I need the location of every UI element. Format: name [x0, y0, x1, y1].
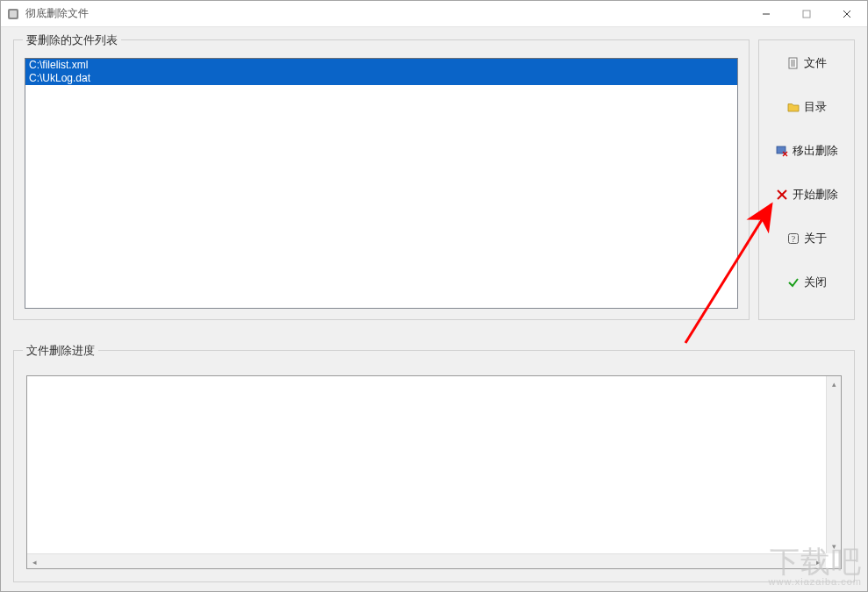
scroll-left-icon[interactable]: ◂	[27, 554, 42, 569]
app-window: 彻底删除文件 要删除的文件列表 C:\filelist.xmlC:\UkLog.…	[0, 0, 868, 592]
about-button-label: 关于	[804, 231, 827, 246]
progress-legend: 文件删除进度	[23, 343, 98, 359]
file-icon	[786, 56, 800, 70]
button-panel: 文件 目录 移出删除	[758, 39, 855, 320]
remove-button[interactable]: 移出删除	[764, 140, 849, 161]
file-button-label: 文件	[804, 55, 827, 71]
help-icon: ?	[786, 232, 800, 246]
svg-rect-1	[10, 11, 17, 18]
list-item[interactable]: C:\filelist.xml	[25, 59, 737, 72]
remove-button-label: 移出删除	[793, 143, 838, 159]
delete-x-icon	[775, 188, 789, 202]
folder-button-label: 目录	[804, 99, 827, 115]
folder-icon	[786, 100, 800, 114]
svg-text:?: ?	[792, 234, 796, 244]
progress-output[interactable]: ▴ ▾ ◂ ▸	[26, 375, 842, 569]
close-window-button[interactable]	[827, 1, 867, 27]
progress-groupbox: 文件删除进度 ▴ ▾ ◂ ▸	[13, 350, 855, 582]
top-row: 要删除的文件列表 C:\filelist.xmlC:\UkLog.dat 文件 …	[13, 39, 855, 320]
minimize-button[interactable]	[746, 1, 786, 27]
client-area: 要删除的文件列表 C:\filelist.xmlC:\UkLog.dat 文件 …	[1, 27, 867, 591]
folder-button[interactable]: 目录	[764, 96, 849, 118]
scroll-down-icon[interactable]: ▾	[827, 539, 842, 553]
check-icon	[786, 275, 800, 289]
close-button-label: 关闭	[804, 275, 827, 290]
scroll-right-icon[interactable]: ▸	[811, 554, 826, 569]
start-delete-button[interactable]: 开始删除	[764, 184, 849, 205]
close-button[interactable]: 关闭	[764, 272, 849, 293]
file-button[interactable]: 文件	[764, 53, 849, 74]
window-title: 彻底删除文件	[25, 6, 89, 21]
file-list-groupbox: 要删除的文件列表 C:\filelist.xmlC:\UkLog.dat	[13, 39, 750, 320]
file-listbox[interactable]: C:\filelist.xmlC:\UkLog.dat	[25, 58, 738, 309]
remove-icon	[775, 144, 789, 158]
about-button[interactable]: ? 关于	[764, 228, 849, 249]
titlebar: 彻底删除文件	[1, 1, 867, 27]
horizontal-scrollbar[interactable]: ◂ ▸	[27, 553, 826, 568]
scroll-up-icon[interactable]: ▴	[827, 376, 842, 391]
list-item[interactable]: C:\UkLog.dat	[25, 72, 737, 85]
file-list-legend: 要删除的文件列表	[23, 32, 121, 48]
start-delete-button-label: 开始删除	[793, 187, 838, 203]
svg-rect-3	[803, 11, 810, 18]
vertical-scrollbar[interactable]: ▴ ▾	[826, 376, 841, 553]
svg-rect-6	[789, 58, 797, 68]
maximize-button[interactable]	[786, 1, 827, 27]
app-icon	[6, 7, 20, 21]
